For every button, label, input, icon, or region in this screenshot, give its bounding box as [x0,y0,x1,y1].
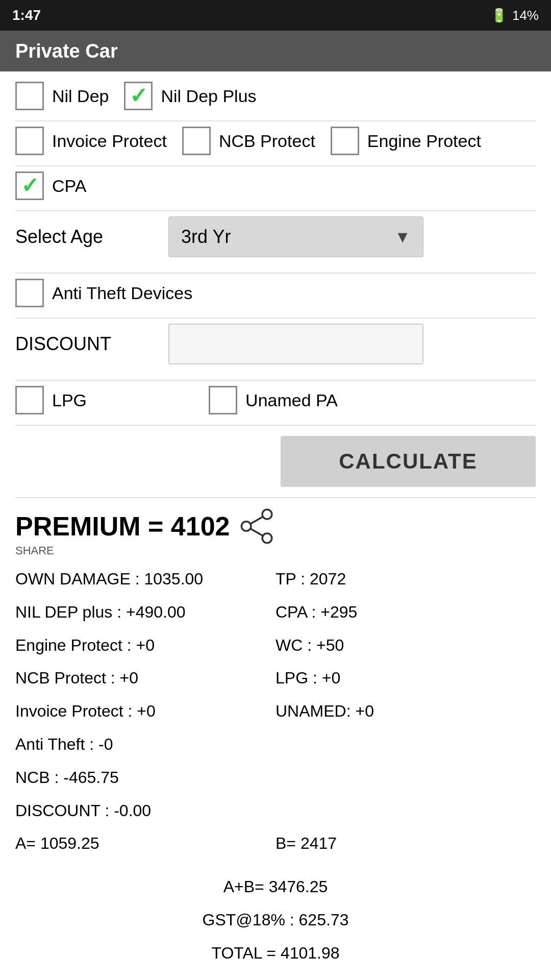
discount-section: DISCOUNT [15,324,536,364]
title-bar: Private Car [0,31,551,71]
lpg-label: LPG [52,390,87,410]
calculate-button[interactable]: CALCULATE [281,436,536,487]
wc-result: WC : +50 [276,629,536,662]
select-age-value: 3rd Yr [181,226,231,248]
divider-5 [15,317,536,318]
select-age-dropdown[interactable]: 3rd Yr ▼ [168,216,423,257]
engine-protect-item: Engine Protect [331,127,481,155]
divider-7 [15,425,536,426]
total-result: TOTAL = 4101.98 [15,937,536,970]
own-damage-result: OWN DAMAGE : 1035.00 [15,562,276,596]
ncb-protect-item: NCB Protect [182,127,315,155]
premium-row: PREMIUM = 4102 [15,508,536,544]
cpa-result: CPA : +295 [276,596,536,629]
divider-1 [15,120,536,121]
select-age-label: Select Age [15,226,158,248]
svg-point-2 [241,522,251,531]
anti-theft-row: Anti Theft Devices [15,279,536,307]
addon-row-2: Invoice Protect NCB Protect Engine Prote… [15,127,536,155]
engine-protect-result: Engine Protect : +0 [15,629,276,662]
svg-point-1 [262,533,272,543]
aplusb-result: A+B= 3476.25 [15,870,536,903]
empty-3 [276,794,536,827]
battery-percent: 14% [512,8,539,23]
empty-1 [276,728,536,761]
select-age-section: Select Age 3rd Yr ▼ [15,216,536,257]
premium-value: PREMIUM = 4102 [15,511,230,542]
svg-line-3 [250,517,262,524]
commission-result: Commission = 219.3125 [15,975,536,980]
b-value: B= 2417 [276,827,536,860]
divider-4 [15,273,536,274]
unamed-pa-item: Unamed PA [209,386,338,414]
lpg-result: LPG : +0 [276,662,536,695]
anti-theft-label: Anti Theft Devices [52,283,192,303]
cpa-item: ✓ CPA [15,172,86,200]
divider-2 [15,165,536,166]
unamed-result: UNAMED: +0 [276,695,536,728]
calculate-section: CALCULATE [15,436,536,487]
invoice-protect-label: Invoice Protect [52,131,167,151]
results-grid: OWN DAMAGE : 1035.00 TP : 2072 NIL DEP p… [15,562,536,860]
main-content: Nil Dep ✓ Nil Dep Plus Invoice Protect N… [0,71,551,980]
battery-icon: 🔋 [491,8,507,23]
lpg-item: LPG [15,386,87,414]
share-icon[interactable] [240,508,276,544]
lpg-checkbox[interactable] [15,386,44,414]
nil-dep-plus-result: NIL DEP plus : +490.00 [15,596,276,629]
tp-result: TP : 2072 [276,562,536,596]
nil-dep-checkbox[interactable] [15,82,44,110]
engine-protect-label: Engine Protect [367,131,481,151]
ncb-protect-result: NCB Protect : +0 [15,662,276,695]
unamed-pa-label: Unamed PA [245,390,338,410]
ncb-result: NCB : -465.75 [15,761,276,794]
commission-section: Commission = 219.3125 [15,975,536,980]
nil-dep-label: Nil Dep [52,86,109,106]
anti-theft-result: Anti Theft : -0 [15,728,276,761]
nil-dep-plus-item: ✓ Nil Dep Plus [124,82,256,110]
anti-theft-item: Anti Theft Devices [15,279,192,307]
divider-3 [15,210,536,211]
cpa-checkbox[interactable]: ✓ [15,172,44,200]
gst-result: GST@18% : 625.73 [15,903,536,937]
divider-6 [15,380,536,381]
svg-line-4 [250,529,262,536]
status-bar: 1:47 🔋 14% [0,0,551,31]
addon-row-1: Nil Dep ✓ Nil Dep Plus [15,82,536,110]
ncb-protect-label: NCB Protect [219,131,315,151]
invoice-protect-item: Invoice Protect [15,127,167,155]
nil-dep-item: Nil Dep [15,82,109,110]
invoice-protect-result: Invoice Protect : +0 [15,695,276,728]
svg-point-0 [262,509,272,519]
discount-label: DISCOUNT [15,333,158,355]
status-icons: 🔋 14% [491,8,539,23]
discount-input[interactable] [168,324,423,364]
anti-theft-checkbox[interactable] [15,279,44,307]
nil-dep-plus-checkbox[interactable]: ✓ [124,82,153,110]
unamed-pa-checkbox[interactable] [209,386,237,414]
engine-protect-checkbox[interactable] [331,127,359,155]
share-label: SHARE [15,544,536,557]
nil-dep-plus-label: Nil Dep Plus [161,86,256,106]
lpg-unamed-row: LPG Unamed PA [15,386,536,414]
discount-result: DISCOUNT : -0.00 [15,794,276,827]
divider-8 [15,497,536,498]
cpa-label: CPA [52,176,86,196]
chevron-down-icon: ▼ [394,228,411,247]
a-value: A= 1059.25 [15,827,276,860]
ncb-protect-checkbox[interactable] [182,127,211,155]
addon-row-3: ✓ CPA [15,172,536,200]
status-time: 1:47 [12,7,41,23]
invoice-protect-checkbox[interactable] [15,127,44,155]
totals-section: A+B= 3476.25 GST@18% : 625.73 TOTAL = 41… [15,870,536,969]
empty-2 [276,761,536,794]
page-title: Private Car [15,40,118,62]
